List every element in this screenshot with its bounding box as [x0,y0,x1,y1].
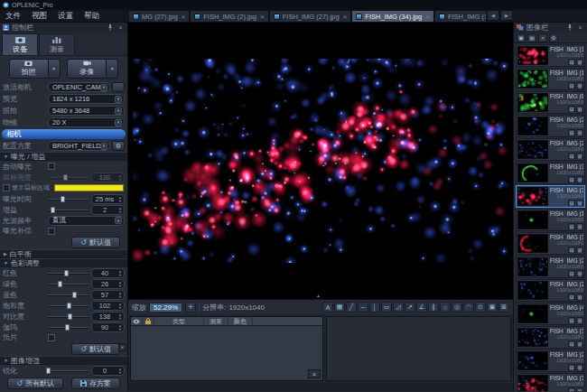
thumbnail-save-button[interactable]: ▤ [568,59,575,65]
tab-scroll-right-button[interactable]: ▶ [500,10,513,21]
column-measure[interactable]: 测量 [204,317,228,325]
thumbnail-export-button[interactable]: ▥ [576,317,583,323]
thumbnail-item[interactable]: FISH_IMG (1× 1920x1080 ▤ ▥ [516,44,585,67]
color-slider-value[interactable]: 40▲▼ [91,268,125,278]
thumbnail-export-button[interactable]: ▥ [576,223,583,229]
lock-column-icon[interactable] [143,317,154,325]
device-row-select[interactable]: 20 X ▼ [48,117,125,127]
tab-close-icon[interactable]: × [182,13,186,21]
thumbnail-image[interactable] [517,304,548,323]
panel-scroll-down-button[interactable]: ▼ [118,343,126,351]
chevron-down-icon[interactable]: ▼ [115,217,122,224]
exposure-default-button[interactable]: ↺ 默认值 [71,237,120,248]
section-image-enhance[interactable]: ▼ 图像增强 [0,356,127,365]
color-slider[interactable] [48,278,89,289]
thumbnail-item[interactable]: FISH_IMG (2× 1920x1080 ▤ ▥ [516,279,585,302]
thumbnail-image[interactable] [517,187,548,206]
menu-item-view[interactable]: 视图 [26,11,52,22]
thumbnail-save-button[interactable]: ▤ [568,129,575,135]
thumbnail-image[interactable] [517,257,548,276]
thumbnail-save-button[interactable]: ▤ [568,317,575,323]
parallel-tool-button[interactable]: ∥ [428,302,439,313]
capture-dropdown-button[interactable]: ▼ [49,59,61,79]
profile-select[interactable]: BRIGHT_FIELD_LED_AE ▼ [48,141,110,151]
save-profile-button[interactable]: 存方案 [71,378,120,389]
grid-tool-button[interactable]: ▣ [487,302,498,313]
gain-value[interactable]: 2▲▼ [91,205,125,215]
fluorescence-image[interactable] [133,59,508,263]
exposure-time-value[interactable]: 25 ms▲▼ [91,194,125,204]
circle-tool-button[interactable]: ○ [440,302,451,313]
thumbnail-item[interactable]: FISH_IMG (4× 1920x1080 ▤ ▥ [516,303,585,325]
profile-settings-button[interactable]: ⚙ [112,141,125,151]
color-slider-value[interactable]: 102▲▼ [91,301,125,311]
sharpen-value[interactable]: 0▲▼ [91,366,125,376]
section-exposure[interactable]: ▼ 曝光 / 增益 [0,152,127,161]
tab-scroll-left-button[interactable]: ◀ [487,10,499,21]
polyline-tool-button[interactable]: ◿ [393,302,404,313]
color-slider-value[interactable]: 26▲▼ [91,279,125,289]
angle-tool-button[interactable]: ∠ [416,302,427,313]
vline-tool-button[interactable]: │ [369,302,380,313]
light-frequency-select[interactable]: 直流 ▼ [48,216,125,226]
line-tool-button[interactable]: ╱ [346,302,357,313]
thumbnail-item[interactable]: FISH_IMG (3× 1920x1080 ▤ ▥ [516,232,585,255]
thumbnail-save-button[interactable]: ▤ [568,294,575,300]
image-viewport[interactable]: ▲ [128,23,513,299]
thumbnail-save-button[interactable]: ▤ [568,387,575,391]
capture-button[interactable]: 拍照 [9,59,49,79]
thumbnail-export-button[interactable]: ▥ [576,176,583,182]
thumbnail-item[interactable]: FISH_IMG (2× 1920x1080 ▤ ▥ [516,115,585,137]
hline-tool-button[interactable]: ─ [358,302,368,313]
refresh-camera-button[interactable] [112,82,125,92]
record-button[interactable]: 录像 [67,59,107,79]
auto-exposure-checkbox[interactable] [48,163,55,170]
chevron-down-icon[interactable]: ▼ [115,119,122,126]
all-default-button[interactable]: ↺ 所有默认 [7,378,63,389]
color-slider-value[interactable]: 57▲▼ [91,290,125,300]
compare-images-button[interactable]: ▣ [517,33,526,42]
document-tab[interactable]: FISH_IMG (2).jpg × [190,10,268,22]
tab-device[interactable]: 设备 [2,33,38,55]
thumbnail-save-button[interactable]: ▤ [568,106,575,112]
thumbnail-image[interactable] [517,70,548,89]
thumbnail-export-button[interactable]: ▥ [576,129,583,135]
zoom-value[interactable]: 52.29% [149,303,182,313]
thumbnail-image[interactable] [517,351,548,370]
thumbnail-export-button[interactable]: ▥ [576,153,583,159]
thumbnail-export-button[interactable]: ▥ [576,82,583,89]
section-white-balance[interactable]: ▶ 白平衡 [0,249,127,258]
document-tab[interactable]: FISH_IMG (17).jpg × [434,10,486,22]
sharpen-slider[interactable] [48,365,89,376]
thumbnail-image[interactable] [517,93,548,112]
device-row-select[interactable]: OPLENIC_CAMERA ▼ [48,82,110,92]
thumbnail-item[interactable]: FISH_IMG (2× 1920x1080 ▤ ▥ [516,256,585,278]
thumbnail-save-button[interactable]: ▤ [568,200,575,206]
color-slider[interactable] [48,267,89,278]
gain-slider[interactable] [48,204,89,215]
document-tab[interactable]: FISH_IMG (34).jpg × [351,10,434,22]
color-slider[interactable] [48,322,89,332]
thumbnail-image[interactable] [517,375,548,391]
thumbnail-export-button[interactable]: ▥ [576,247,583,253]
thumbnail-image[interactable] [517,117,548,135]
exposure-time-slider[interactable] [48,193,89,204]
pin-icon[interactable] [565,23,573,32]
thumbnail-save-button[interactable]: ▤ [568,341,575,347]
thumbnail-export-button[interactable]: ▥ [576,364,583,370]
thumbnail-item[interactable]: FISH_IMG (2× 1920x1080 ▤ ▥ [516,138,585,161]
column-color[interactable]: 颜色 [228,317,253,325]
pin-icon[interactable] [106,23,114,32]
thumbnail-item[interactable]: FISH_IMG (8× 1920x1080 ▤ ▥ [516,91,585,114]
thumbnail-item[interactable]: FISH_IMG (1× 1920x1080 ▤ ▥ [516,209,585,231]
color-slider-value[interactable]: 138▲▼ [91,312,125,322]
thumbnail-save-button[interactable]: ▤ [568,176,575,182]
device-row-select[interactable]: 1824 x 1216 ▼ [48,94,125,104]
thumbnail-export-button[interactable]: ▥ [576,106,583,112]
chevron-down-icon[interactable]: ▼ [100,143,107,150]
tab-close-icon[interactable]: × [425,13,430,21]
section-camera[interactable]: 相机 [2,129,126,139]
target-area-color-bar[interactable] [54,184,124,191]
color-slider-value[interactable]: 90▲▼ [91,322,125,332]
thumbnail-export-button[interactable]: ▥ [576,270,583,276]
